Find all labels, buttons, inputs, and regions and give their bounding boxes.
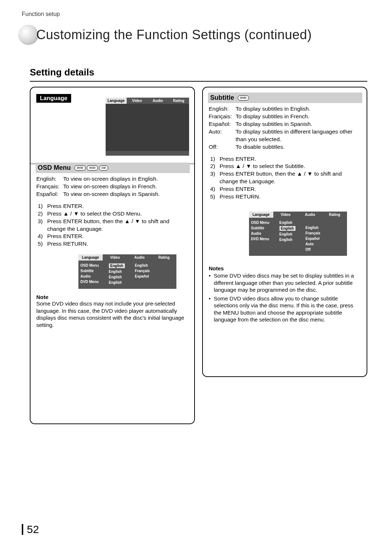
note-heading: Note [36,294,189,300]
breadcrumb: Function setup [22,11,377,17]
osd3-val: English [279,232,306,237]
osd3-row: Subtitle [251,225,279,231]
bullet-text: Some DVD video discs may be set to displ… [214,272,362,294]
def-val: To disable subtitles. [236,143,285,151]
osd2-opt: English [135,263,168,268]
osd3-val: English [279,237,306,242]
step-text: Press ENTER button, then the ▲ / ▼ to sh… [47,218,189,233]
osd-screenshot-3: Language Video Audio Rating OSD Menu Sub… [234,212,362,256]
def-key: Español: [209,120,236,128]
osd2-row: Audio [81,274,109,279]
notes-list: •Some DVD video discs may be set to disp… [209,272,362,323]
step-text: Press ENTER. [220,185,256,193]
osd3-val: English [279,220,306,225]
osd-menu-label: OSD Menu [38,164,71,172]
osd-screenshot-1: Language Video Audio Rating [106,94,189,161]
osd2-opt: Español [135,274,168,279]
subtitle-definitions: English:To display subtitles in English.… [209,105,362,151]
def-key: English: [209,105,236,113]
osd3-tab: Video [273,212,298,218]
badge-vcd: VCD [87,165,98,171]
language-tag-row: Language Language Video Audio Rating [36,94,189,161]
osd-screenshot-2: Language Video Audio Rating OSD Menu Sub… [65,254,189,289]
osd1-tab-audio: Audio [147,98,168,104]
osd2-row: Subtitle [81,268,109,274]
osd3-opt: Español [306,236,338,241]
section-rule [30,81,367,82]
def-key: Auto: [209,128,236,143]
step-num: 1) [210,155,220,163]
osd-menu-heading: OSD Menu DVD VCD CD [36,163,190,173]
osd3-tab: Audio [298,212,323,218]
columns: Language Language Video Audio Rating [30,87,377,424]
osd1-tab-language: Language [106,98,127,104]
badge-dvd: DVD [74,165,86,171]
step-text: Press RETURN. [47,240,88,248]
osd2-val: English [109,274,135,280]
step-num: 2) [210,163,220,170]
left-panel: Language Language Video Audio Rating [30,87,195,424]
osd3-row: OSD Menu [251,220,279,225]
osd1-tab-rating: Rating [168,98,189,104]
step-text: Press ENTER. [47,233,84,240]
section-title: Setting details [30,67,377,78]
osd2-row: OSD Menu [81,263,109,268]
osd3-opt: English [306,225,338,230]
note-body: Some DVD video discs may not include you… [36,300,189,328]
bullet-icon: • [209,295,214,323]
osd2-tab: Audio [127,254,152,261]
subtitle-label: Subtitle [210,94,234,102]
step-text: Press ▲ / ▼ to select the Subtitle. [220,163,305,170]
step-num: 4) [210,185,220,193]
step-num: 1) [38,202,47,210]
step-text: Press ENTER. [47,202,84,210]
def-val: To display subtitles in French. [236,113,309,120]
osd3-opt: Off [306,247,338,252]
title-row: Customizing the Function Settings (conti… [18,25,377,45]
step-num: 5) [38,240,47,248]
def-val: To display subtitles in different langua… [236,128,362,143]
step-text: Press ENTER. [220,155,256,163]
left-column: Language Language Video Audio Rating [30,87,195,424]
def-key: Off: [209,143,236,151]
page-number: 52 [22,524,39,535]
osd2-val: English [109,269,135,274]
bullet-text: Some DVD video discs allow you to change… [214,295,362,323]
step-text: Press ▲ / ▼ to select the OSD Menu. [47,210,142,218]
step-num: 3) [210,170,220,185]
osd3-opt: Français [306,230,338,236]
osd2-tab: Video [103,254,127,261]
badge-cd: CD [99,165,109,171]
page-title: Customizing the Function Settings (conti… [36,27,312,42]
step-text: Press ENTER button, then the ▲ / ▼ to sh… [220,170,362,185]
def-key: Français: [36,183,63,191]
step-num: 2) [38,210,47,218]
def-val: To view on-screen displays in French. [63,183,157,191]
osd2-val: English [109,263,125,268]
osd-menu-steps: 1)Press ENTER. 2)Press ▲ / ▼ to select t… [38,202,189,248]
osd2-tab: Language [78,254,103,261]
osd-menu-definitions: English:To view on-screen displays in En… [36,175,189,198]
osd2-val: English [109,280,135,285]
step-num: 5) [210,193,220,201]
def-key: Français: [209,113,236,120]
def-key: English: [36,175,63,183]
right-column: Subtitle DVD English:To display subtitle… [202,87,367,424]
step-text: Press RETURN. [220,193,261,201]
notes-heading: Notes [209,265,362,271]
def-val: To display subtitles in English. [236,105,310,113]
step-num: 3) [38,218,47,233]
osd3-tab: Language [249,212,274,218]
manual-page: Function setup Customizing the Function … [0,0,392,553]
language-tag: Language [36,94,71,103]
bullet-icon: • [209,272,214,294]
subtitle-steps: 1)Press ENTER. 2)Press ▲ / ▼ to select t… [210,155,362,201]
osd1-tab-video: Video [127,98,148,104]
def-key: Español: [36,191,63,198]
osd3-opt: Auto [306,241,338,247]
osd3-val: English [279,226,295,231]
def-val: To display subtitles in Spanish. [236,120,312,128]
osd3-tab: Rating [322,212,347,218]
osd3-row: Audio [251,231,279,236]
decorative-orb-icon [18,25,38,45]
